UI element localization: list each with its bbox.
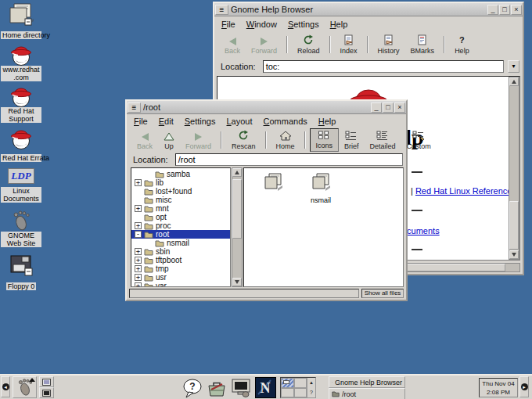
close-button[interactable]: × (394, 102, 405, 113)
pager-desk-2[interactable] (294, 378, 307, 388)
menu-settings[interactable]: Settings (284, 18, 326, 31)
custom-view-button[interactable]: Custom (401, 128, 437, 152)
forward-button[interactable]: Forward (246, 33, 282, 56)
help-vertical-scrollbar[interactable] (509, 77, 519, 260)
expander-icon[interactable]: + (135, 222, 142, 229)
tree-item[interactable]: +var (131, 282, 230, 287)
minimize-button[interactable]: _ (371, 102, 382, 113)
panel-hide-right-button[interactable]: ▸ (519, 376, 529, 397)
pager-arrow-icon[interactable]: ▲ (309, 380, 314, 385)
pager-desk-1-active[interactable] (281, 378, 294, 388)
detailed-view-button[interactable]: Detailed (365, 128, 401, 152)
desktop-icon-gnome-web-site[interactable]: GNOME Web Site (0, 210, 42, 249)
tree-item[interactable]: +proc (131, 221, 230, 230)
tree-item[interactable]: +sbin (131, 247, 230, 256)
expander-icon[interactable]: + (135, 248, 142, 255)
tree-item[interactable]: +tmp (131, 264, 230, 273)
tasklist-help-browser[interactable]: Gnome Help Browser (329, 376, 405, 388)
location-input[interactable]: /root (175, 153, 403, 166)
pager-help-icon[interactable]: ? (310, 390, 313, 395)
reload-button[interactable]: Reload (292, 33, 325, 56)
pager-side-controls[interactable]: ▲ ? (307, 378, 315, 397)
help-launcher[interactable]: ? (181, 377, 203, 398)
back-button[interactable]: Back (219, 33, 246, 56)
menu-help[interactable]: Help (315, 115, 343, 128)
scrollbar-thumb[interactable] (232, 179, 242, 239)
desktop-icon-linux-documents[interactable]: LDP Linux Documents (0, 168, 42, 204)
mini-applet-button-bottom[interactable] (39, 387, 54, 398)
file-icon-item[interactable]: nsmail (299, 172, 343, 204)
expander-icon[interactable]: + (135, 282, 142, 287)
home-button[interactable]: Home (271, 128, 300, 152)
location-input[interactable]: toc: (263, 60, 504, 73)
file-manager-window: ≡ /root _ □ × File Edit Settings Layout … (125, 99, 408, 301)
menu-file[interactable]: File (130, 115, 155, 128)
close-button[interactable]: × (511, 5, 522, 15)
tree-item[interactable]: samba (131, 170, 230, 178)
forward-button[interactable]: Forward (180, 128, 217, 152)
menu-settings[interactable]: Settings (181, 115, 223, 128)
tree-item-selected[interactable]: -root (131, 230, 230, 239)
file-icon-item[interactable] (251, 172, 295, 196)
menu-file[interactable]: File (217, 18, 243, 31)
terminal-launcher[interactable] (229, 377, 252, 398)
reference-guide-link[interactable]: Red Hat Linux Reference Guide (415, 186, 520, 196)
minimize-button[interactable]: _ (487, 5, 498, 15)
desktop-icon-floppy[interactable]: Floppy 0 (0, 254, 42, 292)
mini-applet-button-top[interactable] (39, 376, 54, 387)
expander-icon[interactable]: + (135, 274, 142, 281)
brief-view-button[interactable]: Brief (339, 128, 365, 152)
fm-window-titlebar[interactable]: ≡ /root _ □ × (127, 101, 406, 114)
back-icon (142, 133, 149, 141)
desktop-icon-redhat-errata[interactable]: Red Hat Errata (0, 126, 42, 164)
menu-help[interactable]: Help (326, 18, 355, 31)
scrollbar-thumb[interactable] (509, 201, 519, 250)
clock-applet[interactable]: Thu Nov 04 2:08 PM (479, 378, 518, 397)
menu-edit[interactable]: Edit (155, 115, 181, 128)
maximize-button[interactable]: □ (499, 5, 510, 15)
tree-item[interactable]: +lib (131, 178, 230, 187)
icons-view-button[interactable]: Icons (310, 128, 340, 152)
tree-item[interactable]: +mnt (131, 204, 230, 213)
index-button[interactable]: Index (335, 33, 363, 56)
expander-icon[interactable]: - (135, 231, 142, 238)
tree-item[interactable]: nsmail (131, 239, 230, 247)
desktop-icon-redhat-com[interactable]: www.redhat.com (0, 42, 42, 83)
tree-item[interactable]: misc (131, 196, 230, 204)
main-menu-button[interactable] (13, 376, 37, 398)
tasklist-root-window[interactable]: /root (329, 388, 405, 399)
help-window-titlebar[interactable]: ≡ Gnome Help Browser _ □ × (214, 3, 523, 16)
pager-desk-4[interactable] (294, 388, 307, 398)
toolbox-launcher[interactable] (205, 377, 228, 398)
desktop-icon-home-directory[interactable]: Home directory (0, 2, 42, 41)
history-button[interactable]: History (372, 33, 405, 56)
menu-window[interactable]: Window (243, 18, 284, 31)
fm-tree-scrollbar[interactable] (232, 167, 243, 287)
expander-icon[interactable]: + (135, 179, 142, 186)
tree-item[interactable]: +tftpboot (131, 256, 230, 264)
rescan-button[interactable]: Rescan (226, 128, 261, 152)
scroll-down-icon (512, 253, 516, 257)
window-menu-icon[interactable]: ≡ (215, 5, 228, 15)
maximize-button[interactable]: □ (383, 102, 394, 113)
expander-icon[interactable]: + (135, 257, 142, 264)
tree-item[interactable]: opt (131, 213, 230, 221)
menu-commands[interactable]: Commands (260, 115, 315, 128)
panel-hide-left-button[interactable]: ◂ (1, 376, 10, 397)
help-button[interactable]: ? Help (449, 33, 475, 56)
netscape-launcher[interactable]: N (254, 377, 277, 398)
expander-icon[interactable]: + (135, 205, 142, 212)
expander-icon[interactable]: + (135, 265, 142, 272)
pager-desk-3[interactable] (281, 388, 294, 398)
menu-layout[interactable]: Layout (222, 115, 259, 128)
desktop-icon-redhat-support[interactable]: Red Hat Support (0, 84, 42, 124)
desk-guide-pager[interactable]: ▲ ? (280, 377, 316, 398)
tree-item[interactable]: +usr (131, 273, 230, 282)
location-dropdown-button[interactable]: ▾ (508, 60, 519, 73)
up-button[interactable]: Up (158, 128, 180, 152)
back-button[interactable]: Back (131, 128, 158, 152)
window-menu-icon[interactable]: ≡ (128, 102, 141, 113)
toolbar-separator (367, 36, 368, 53)
bmarks-button[interactable]: BMarks (405, 33, 440, 56)
tree-item[interactable]: lost+found (131, 187, 230, 196)
